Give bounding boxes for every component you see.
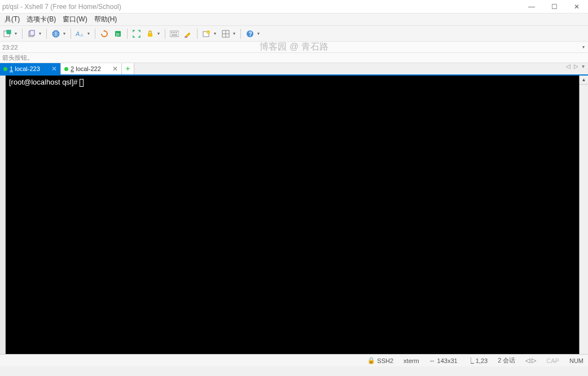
svg-rect-13 (174, 32, 175, 33)
separator (71, 29, 71, 39)
next-session-icon[interactable]: ▷ (532, 357, 536, 364)
tab-next-icon[interactable]: ▷ (574, 63, 578, 69)
separator (127, 29, 128, 39)
titlebar: pt/qsl - Xshell 7 (Free for Home/School)… (0, 0, 588, 14)
tab-label: 2 local-222 (71, 65, 101, 72)
prev-session-icon[interactable]: ◁ (525, 357, 530, 364)
tab-prev-icon[interactable]: ◁ (566, 63, 571, 69)
scroll-up-icon[interactable]: ▲ (580, 76, 588, 85)
dropdown-icon[interactable]: ▾ (87, 31, 92, 36)
toolbar-highlight-icon[interactable] (182, 28, 194, 40)
svg-rect-12 (173, 32, 174, 33)
menu-help[interactable]: 帮助(H) (91, 14, 121, 25)
svg-rect-14 (176, 32, 177, 33)
toolbar-script-icon[interactable]: js (112, 28, 124, 40)
dropdown-icon[interactable]: ▾ (63, 31, 68, 36)
window-controls: — ☐ ✕ (520, 0, 588, 14)
svg-rect-15 (172, 34, 177, 36)
tab-close-icon[interactable]: ✕ (51, 65, 57, 73)
addressbar[interactable]: 23:22 博客园 @ 青石路 ▾ (0, 42, 588, 53)
toolbar-globe-icon[interactable] (50, 28, 62, 40)
tab-local-222[interactable]: 2 local-222 ✕ (61, 63, 122, 74)
separator (22, 29, 23, 39)
menubar: 具(T) 选项卡(B) 窗口(W) 帮助(H) (0, 14, 588, 26)
tab-menu-icon[interactable]: ▾ (582, 63, 585, 69)
status-nav: ◁ ▷ (525, 357, 536, 364)
svg-text:js: js (116, 32, 120, 37)
svg-rect-9 (148, 33, 152, 37)
toolbar-fullscreen-icon[interactable] (130, 28, 143, 40)
svg-text:+: + (207, 30, 209, 34)
left-gutter (0, 76, 6, 354)
dropdown-icon[interactable]: ▾ (157, 31, 162, 36)
toolbar-copy-icon[interactable] (25, 28, 38, 40)
hint-text: 箭头按钮。 (2, 54, 33, 62)
status-connection: 🔒 SSH2 (367, 357, 393, 364)
menu-window[interactable]: 窗口(W) (59, 14, 90, 25)
separator (46, 29, 47, 39)
svg-rect-1 (7, 30, 11, 34)
toolbar-lock-icon[interactable] (144, 28, 156, 40)
status-capslock: CAP (546, 357, 559, 364)
menu-tabs[interactable]: 选项卡(B) (23, 14, 59, 25)
status-size: ↔ 143x31 (429, 357, 458, 364)
dropdown-icon[interactable]: ▾ (39, 31, 43, 36)
terminal[interactable]: [root@localhost qsl]# (6, 76, 579, 354)
status-numlock: NUM (569, 357, 583, 364)
svg-text:A: A (76, 30, 80, 37)
maximize-button[interactable]: ☐ (543, 0, 565, 14)
toolbar: ▾ ▾ ▾ AA ▾ js ▾ + ▾ ▾ ? ▾ (0, 26, 588, 42)
cursor-icon (80, 79, 84, 87)
terminal-line: [root@localhost qsl]# (6, 76, 579, 89)
tab-strip: 1 local-223 ✕ 2 local-222 ✕ + ◁ ▷ ▾ (0, 63, 588, 76)
tab-local-223[interactable]: 1 local-223 ✕ (0, 63, 61, 74)
scrollbar[interactable]: ▲ (579, 76, 588, 354)
toolbar-layout-icon[interactable] (220, 28, 232, 40)
dropdown-icon[interactable]: ▾ (233, 31, 238, 36)
status-position: ⎿ 1,23 (468, 357, 488, 364)
status-dot-icon (3, 67, 7, 71)
svg-rect-10 (170, 31, 179, 37)
close-button[interactable]: ✕ (565, 0, 588, 14)
svg-rect-16 (185, 37, 187, 38)
watermark-text: 博客园 @ 青石路 (260, 41, 328, 53)
window-title: pt/qsl - Xshell 7 (Free for Home/School) (0, 3, 121, 11)
lock-icon: 🔒 (367, 357, 375, 364)
toolbar-font-icon[interactable]: AA (74, 28, 86, 40)
statusbar: 🔒 SSH2 xterm ↔ 143x31 ⎿ 1,23 2 会话 ◁ ▷ CA… (0, 354, 588, 366)
tab-label: 1 local-223 (10, 65, 40, 72)
scroll-track[interactable] (580, 85, 588, 354)
status-termtype: xterm (403, 357, 419, 364)
toolbar-keyboard-icon[interactable] (168, 28, 181, 40)
separator (197, 29, 198, 39)
dropdown-icon[interactable]: ▾ (257, 31, 262, 36)
svg-text:?: ? (249, 31, 252, 37)
separator (165, 29, 165, 39)
dropdown-icon[interactable]: ▾ (15, 31, 19, 36)
toolbar-refresh-icon[interactable] (98, 28, 111, 40)
minimize-button[interactable]: — (520, 0, 543, 14)
toolbar-new-icon[interactable] (1, 28, 14, 40)
menu-tools[interactable]: 具(T) (1, 14, 23, 25)
svg-text:A: A (80, 33, 83, 38)
toolbar-help-icon[interactable]: ? (244, 28, 256, 40)
ruler-icon: ⎿ (468, 357, 474, 364)
tab-nav: ◁ ▷ ▾ (566, 63, 588, 69)
status-dot-icon (64, 67, 68, 71)
svg-rect-11 (171, 32, 172, 33)
svg-rect-3 (30, 30, 34, 36)
toolbar-newtab-icon[interactable]: + (200, 28, 213, 40)
terminal-area: [root@localhost qsl]# ▲ (0, 76, 588, 354)
separator (240, 29, 241, 39)
resize-icon: ↔ (429, 357, 436, 364)
tab-close-icon[interactable]: ✕ (112, 65, 118, 73)
hintbar: 箭头按钮。 (0, 53, 588, 63)
separator (95, 29, 95, 39)
address-dropdown-icon[interactable]: ▾ (582, 45, 585, 50)
status-sessions: 2 会话 (498, 356, 515, 365)
tab-add-button[interactable]: + (122, 63, 134, 74)
address-text: 23:22 (2, 44, 18, 51)
dropdown-icon[interactable]: ▾ (214, 31, 218, 36)
